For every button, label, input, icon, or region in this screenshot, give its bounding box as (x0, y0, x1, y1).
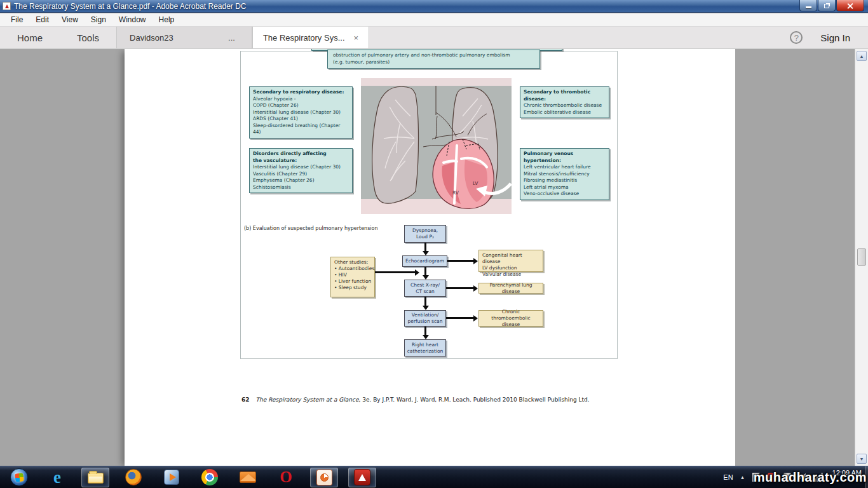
restore-icon (824, 4, 829, 8)
window-title: The Respiratory System at a Glance.pdf -… (14, 2, 247, 11)
taskbar-acrobat[interactable] (348, 468, 376, 487)
menu-sign[interactable]: Sign (85, 14, 112, 25)
arrow-vent-outcome (446, 317, 474, 319)
vasculature-box: Disorders directly affecting the vascula… (249, 148, 353, 193)
arrow-down-3 (424, 297, 426, 306)
top-teal-box: obstruction of pulmonary artery and non-… (327, 50, 540, 69)
flowchart-caption: (b) Evaluation of suspected pulmonary hy… (244, 226, 378, 231)
outcome-congenital-box: Congenital heart disease LV dysfunction … (478, 250, 543, 272)
arrow-chest-outcome (446, 287, 474, 289)
taskbar-media-player[interactable] (158, 468, 186, 487)
menu-file[interactable]: File (5, 14, 29, 25)
arrow-down-1 (424, 243, 426, 252)
heart-label-rv: RV (452, 190, 459, 196)
flow-catheterization-box: Right heart catheterization (404, 339, 446, 356)
thrombotic-disease-box: Secondary to thrombotic disease: Chronic… (520, 86, 609, 118)
taskbar-firefox[interactable] (119, 468, 147, 487)
start-button[interactable] (5, 468, 33, 487)
sign-in-button[interactable]: Sign In (820, 32, 850, 43)
minimize-icon (806, 6, 811, 8)
media-player-icon (164, 470, 179, 485)
window-controls (799, 0, 864, 11)
tray-expand-icon[interactable]: ▲ (740, 475, 745, 480)
respiratory-disease-box: Secondary to respiratory disease: Alveol… (249, 86, 353, 139)
vertical-scrollbar[interactable]: ▲ ▼ (855, 49, 868, 466)
close-icon (847, 3, 853, 9)
scroll-down-button[interactable]: ▼ (857, 454, 867, 464)
taskbar-mail[interactable] (234, 468, 262, 487)
language-indicator[interactable]: EN (723, 473, 733, 481)
lungs-heart-illustration: LV RV (361, 78, 512, 214)
window-titlebar[interactable]: The Respiratory System at a Glance.pdf -… (0, 0, 868, 13)
taskbar-opera[interactable]: O (272, 468, 300, 487)
arrow-echo-outcome (447, 260, 474, 262)
arrow-other-studies (375, 271, 416, 273)
tab-bar: Home Tools Davidson23 ... The Respirator… (0, 27, 868, 49)
opera-icon: O (280, 468, 292, 486)
menu-view[interactable]: View (56, 14, 84, 25)
scroll-up-button[interactable]: ▲ (857, 51, 867, 61)
minimize-button[interactable] (799, 0, 817, 11)
heart-label-lv: LV (473, 180, 478, 186)
tab-davidson23[interactable]: Davidson23 (116, 27, 212, 48)
scrollbar-thumb[interactable] (857, 248, 866, 266)
folder-icon (88, 473, 104, 484)
close-button[interactable] (836, 0, 864, 11)
tab-tools[interactable]: Tools (60, 27, 116, 48)
outcome-thromboembolic-box: Chronic thromboembolic disease (478, 310, 543, 327)
firefox-icon (125, 469, 142, 485)
mail-icon (240, 471, 256, 483)
acrobat-reader-icon (354, 469, 370, 485)
tab-overflow[interactable]: ... (212, 27, 252, 48)
outcome-parenchymal-box: Parenchymal lung disease (478, 283, 543, 294)
taskbar-internet-explorer[interactable]: e (43, 468, 71, 487)
flow-chest-xray-box: Chest X-ray/ CT scan (404, 280, 446, 297)
taskbar-powerpoint[interactable] (310, 468, 338, 487)
arrow-down-2 (424, 267, 426, 276)
screen: The Respiratory System at a Glance.pdf -… (0, 0, 868, 488)
acrobat-app-icon (3, 2, 11, 10)
flow-ventilation-box: Ventilation/ perfusion scan (404, 310, 446, 327)
flow-echocardiogram-box: Echocardiogram (402, 255, 447, 267)
tab-respiratory-active[interactable]: The Respiratory Sys... × (252, 27, 369, 48)
menu-edit[interactable]: Edit (30, 14, 55, 25)
restore-button[interactable] (818, 0, 836, 11)
other-studies-box: Other studies: • Autoantibodies • HIV • … (330, 257, 375, 297)
page-footer: 62The Respiratory System at a Glance, 3e… (241, 396, 590, 403)
document-area: obstruction of pulmonary artery and non-… (0, 49, 868, 466)
menu-window[interactable]: Window (113, 14, 152, 25)
chrome-icon (201, 469, 218, 485)
taskbar-chrome[interactable] (196, 468, 224, 487)
taskbar-file-explorer[interactable] (81, 468, 109, 487)
pdf-page: obstruction of pulmonary artery and non-… (125, 49, 735, 466)
arrow-down-4 (424, 327, 426, 336)
tab-home[interactable]: Home (0, 27, 60, 48)
menu-help[interactable]: Help (153, 14, 180, 25)
page-number: 62 (241, 396, 250, 403)
taskbar: e O EN ▲ 12:09 AM (0, 466, 868, 488)
tab-close-icon[interactable]: × (354, 33, 359, 43)
powerpoint-icon (316, 470, 332, 485)
flow-dyspnoea-box: Dyspnoea, Loud P₂ (404, 225, 446, 243)
venous-hypertension-box: Pulmonary venous hypertension: Left vent… (520, 148, 609, 200)
help-icon[interactable]: ? (790, 31, 803, 44)
watermark: muhadharaty.com (754, 470, 867, 485)
windows-start-icon (10, 468, 28, 486)
menu-bar: File Edit View Sign Window Help (0, 13, 868, 27)
internet-explorer-icon: e (53, 468, 61, 487)
